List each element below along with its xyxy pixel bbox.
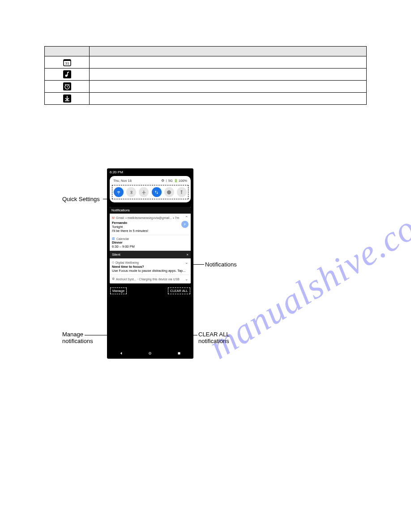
flashlight-icon[interactable]: [177, 187, 187, 197]
alarm-clock-icon: [45, 81, 90, 93]
svg-point-4: [65, 75, 67, 77]
icons-table: 31: [44, 46, 367, 105]
wellbeing-app-label: Digital Wellbeing: [116, 261, 139, 264]
chevron-down-icon[interactable]: ⌄: [185, 260, 188, 265]
gmail-body: I'll be there in 5 minutes!: [112, 229, 188, 233]
calendar-title: Dinner: [112, 240, 188, 245]
calendar-31-icon: 31: [45, 56, 90, 69]
bluetooth-icon[interactable]: [126, 187, 136, 197]
gmail-meta: • matildezamarasegovia@gmail... • 7m: [125, 216, 179, 219]
svg-rect-18: [178, 352, 180, 355]
clear-all-button[interactable]: CLEAR ALL: [168, 288, 190, 294]
callout-clearall-1: CLEAR ALL: [198, 331, 229, 338]
notification-gmail[interactable]: M Gmail • matildezamarasegovia@gmail... …: [110, 214, 191, 235]
data-icon[interactable]: [152, 187, 162, 197]
notifications-header: Notifications: [110, 207, 191, 214]
svg-text:31: 31: [65, 61, 69, 65]
gmail-sender: Fernando: [112, 221, 188, 225]
nav-back-icon[interactable]: [119, 351, 124, 356]
quick-settings-row: [112, 185, 188, 199]
notification-wellbeing[interactable]: ◇ Digital Wellbeing ⌄ Need time to focus…: [110, 258, 191, 275]
status-time: 6:20 PM: [110, 170, 123, 174]
chevron-up-icon[interactable]: ⌃: [185, 215, 188, 220]
silent-header: Silent ×: [110, 251, 191, 258]
close-icon[interactable]: ×: [187, 253, 188, 257]
svg-point-17: [150, 353, 151, 354]
phone-screenshot: 6:20 PM Thu, Nov 18 ⚙ ⫶ 5G 🔋 100% Notifi…: [107, 168, 193, 359]
airplane-icon[interactable]: [139, 187, 149, 197]
qs-status-right: ⚙ ⫶ 5G 🔋 100%: [161, 179, 187, 183]
music-note-icon: [45, 69, 90, 81]
gmail-app-label: Gmail: [116, 216, 124, 219]
notification-actions: Manage CLEAR ALL: [107, 285, 193, 296]
svg-rect-2: [64, 60, 71, 61]
nav-bar: [107, 348, 193, 359]
notification-android-system[interactable]: ⚙ Android Syst... · Charging this device…: [110, 275, 191, 283]
android-system-text: Android Syst... · Charging this device v…: [116, 278, 180, 281]
nav-recent-icon[interactable]: [177, 351, 181, 356]
calendar-app-label: Calendar: [116, 237, 129, 240]
wellbeing-title: Need time to focus?: [112, 265, 188, 269]
calendar-time: 6:30 – 9:00 PM: [112, 245, 188, 249]
gmail-subject: Tonight: [112, 225, 188, 229]
quick-settings-panel: Thu, Nov 18 ⚙ ⫶ 5G 🔋 100%: [110, 176, 191, 202]
manage-button[interactable]: Manage: [111, 288, 126, 294]
wifi-icon[interactable]: [114, 187, 124, 197]
dnd-icon[interactable]: [164, 187, 174, 197]
callout-quick-settings: Quick Settings: [62, 196, 100, 202]
avatar: F: [181, 221, 188, 228]
chevron-down-icon[interactable]: ⌄: [185, 277, 188, 281]
silent-label: Silent: [112, 253, 120, 257]
nav-home-icon[interactable]: [148, 351, 152, 356]
watermark: manualshive.com: [202, 193, 411, 367]
callout-manage-2: notifications: [62, 338, 93, 344]
wellbeing-body: Use Focus mode to pause distracting apps…: [112, 269, 188, 273]
callout-notifications: Notifications: [205, 261, 237, 268]
notifications-area: Notifications M Gmail • matildezamaraseg…: [110, 207, 191, 283]
callout-clearall-2: notifications: [198, 338, 229, 344]
callout-manage-1: Manage: [62, 331, 83, 338]
download-icon: [45, 93, 90, 105]
qs-date: Thu, Nov 18: [113, 179, 132, 183]
notification-calendar[interactable]: ▥ Calendar Dinner 6:30 – 9:00 PM: [110, 235, 191, 251]
